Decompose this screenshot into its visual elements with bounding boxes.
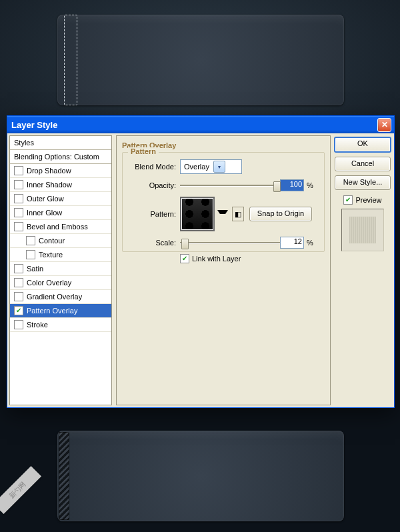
selection-marquee <box>64 15 77 105</box>
pattern-label: Pattern: <box>129 210 176 218</box>
style-row-drop-shadow[interactable]: Drop Shadow <box>10 164 111 178</box>
opacity-input[interactable]: 100 <box>280 179 304 191</box>
style-row-bevel-emboss[interactable]: Bevel and Emboss <box>10 220 111 234</box>
checkbox-icon[interactable] <box>14 292 23 301</box>
cancel-button[interactable]: Cancel <box>335 157 391 171</box>
style-row-label: Stroke <box>27 321 48 329</box>
preview-bar-top <box>57 15 344 105</box>
scale-unit: % <box>307 239 313 247</box>
styles-list: Styles Blending Options: Custom Drop Sha… <box>9 135 112 405</box>
pattern-grip-overlay <box>59 432 69 520</box>
checkbox-icon[interactable] <box>14 264 23 273</box>
blending-options-row[interactable]: Blending Options: Custom <box>10 150 111 164</box>
style-row-label: Pattern Overlay <box>27 307 77 315</box>
layer-style-dialog: Layer Style ✕ Styles Blending Options: C… <box>7 115 395 408</box>
styles-header[interactable]: Styles <box>10 136 111 150</box>
opacity-slider[interactable] <box>180 180 280 191</box>
style-row-stroke[interactable]: Stroke <box>10 318 111 332</box>
blend-mode-select[interactable]: Overlay ▾ <box>180 159 242 174</box>
style-row-label: Inner Shadow <box>27 181 72 189</box>
preview-label: Preview <box>355 196 381 204</box>
link-with-layer-label: Link with Layer <box>192 255 241 263</box>
preview-thumbnail <box>341 209 384 251</box>
watermark-ribbon: 新勺网 <box>0 466 41 514</box>
chevron-down-icon[interactable] <box>217 210 228 218</box>
options-panel: Pattern Overlay Pattern Blend Mode: Over… <box>116 135 331 405</box>
style-row-contour[interactable]: Contour <box>10 234 111 248</box>
style-row-outer-glow[interactable]: Outer Glow <box>10 192 111 206</box>
style-row-inner-shadow[interactable]: Inner Shadow <box>10 178 111 192</box>
window-title: Layer Style <box>11 120 57 130</box>
snap-to-origin-button[interactable]: Snap to Origin <box>249 207 312 221</box>
fieldset-legend: Pattern <box>128 147 159 155</box>
blend-mode-label: Blend Mode: <box>129 163 176 171</box>
scale-slider[interactable] <box>180 237 280 248</box>
style-row-gradient-overlay[interactable]: Gradient Overlay <box>10 290 111 304</box>
checkbox-icon[interactable] <box>14 180 23 189</box>
style-row-satin[interactable]: Satin <box>10 262 111 276</box>
opacity-unit: % <box>307 181 313 189</box>
checkbox-icon[interactable] <box>14 166 23 175</box>
chevron-down-icon: ▾ <box>213 161 225 173</box>
pattern-swatch[interactable] <box>180 197 215 231</box>
scale-input[interactable]: 12 <box>280 237 304 249</box>
checkbox-icon[interactable] <box>14 278 23 287</box>
style-row-pattern-overlay[interactable]: ✔Pattern Overlay <box>10 304 111 318</box>
style-row-texture[interactable]: Texture <box>10 248 111 262</box>
style-row-label: Gradient Overlay <box>27 293 82 301</box>
dialog-buttons: OK Cancel New Style... ✔ Preview <box>335 135 392 405</box>
checkbox-icon[interactable] <box>14 320 23 329</box>
checkbox-icon[interactable] <box>26 236 35 245</box>
preview-bar-bottom <box>57 431 344 521</box>
link-with-layer-checkbox[interactable]: ✔ <box>180 254 189 263</box>
style-row-label: Satin <box>27 265 43 273</box>
checkbox-icon[interactable] <box>14 194 23 203</box>
style-row-color-overlay[interactable]: Color Overlay <box>10 276 111 290</box>
new-preset-icon[interactable]: ◧ <box>232 207 244 221</box>
titlebar[interactable]: Layer Style ✕ <box>7 116 394 133</box>
blend-mode-value: Overlay <box>184 163 209 171</box>
close-icon[interactable]: ✕ <box>377 118 391 132</box>
checkbox-icon[interactable] <box>14 208 23 217</box>
preview-checkbox[interactable]: ✔ <box>343 195 353 205</box>
style-row-label: Bevel and Emboss <box>27 223 88 231</box>
new-style-button[interactable]: New Style... <box>335 175 391 190</box>
style-row-label: Texture <box>39 251 63 259</box>
style-row-inner-glow[interactable]: Inner Glow <box>10 206 111 220</box>
checkbox-icon[interactable]: ✔ <box>14 306 23 315</box>
scale-label: Scale: <box>129 239 176 247</box>
ok-button[interactable]: OK <box>334 137 391 153</box>
style-row-label: Outer Glow <box>27 195 64 203</box>
checkbox-icon[interactable] <box>26 250 35 259</box>
style-row-label: Drop Shadow <box>27 167 71 175</box>
style-row-label: Contour <box>39 237 65 245</box>
opacity-label: Opacity: <box>129 181 176 189</box>
style-row-label: Color Overlay <box>27 279 71 287</box>
checkbox-icon[interactable] <box>14 222 23 231</box>
pattern-fieldset: Pattern Blend Mode: Overlay ▾ Opacity: 1… <box>122 152 325 252</box>
style-row-label: Inner Glow <box>27 209 62 217</box>
